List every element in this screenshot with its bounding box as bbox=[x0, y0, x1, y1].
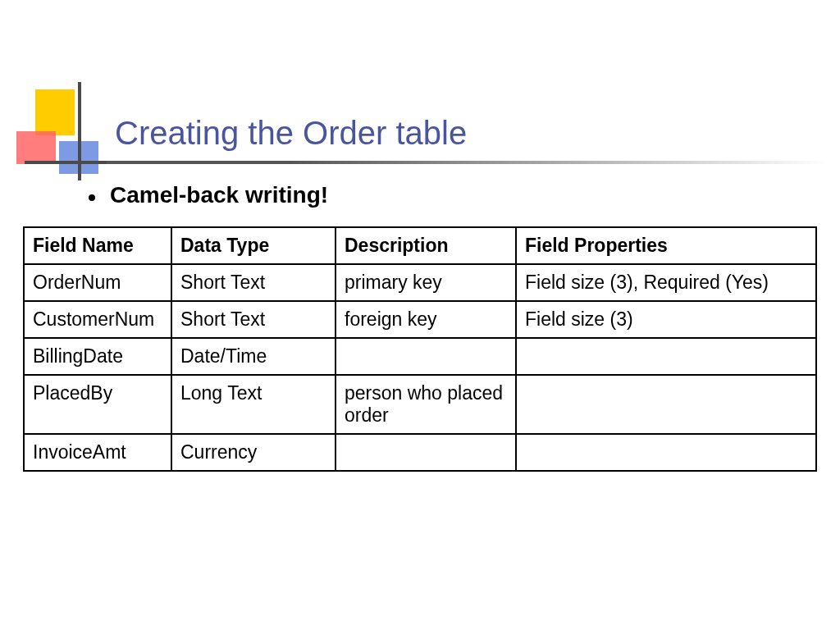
bullet-icon bbox=[89, 194, 95, 201]
cell-data-type: Date/Time bbox=[171, 338, 336, 375]
cell-properties: Field size (3), Required (Yes) bbox=[516, 264, 816, 301]
cell-field-name: PlacedBy bbox=[24, 375, 171, 434]
col-data-type: Data Type bbox=[171, 227, 336, 264]
cell-data-type: Long Text bbox=[171, 375, 336, 434]
decor-square-red bbox=[16, 131, 56, 164]
cell-field-name: CustomerNum bbox=[24, 301, 171, 338]
col-description: Description bbox=[336, 227, 516, 264]
col-field-name: Field Name bbox=[24, 227, 171, 264]
fields-table: Field Name Data Type Description Field P… bbox=[23, 226, 817, 472]
table-header-row: Field Name Data Type Description Field P… bbox=[24, 227, 816, 264]
fields-table-container: Field Name Data Type Description Field P… bbox=[23, 226, 817, 472]
slide: Creating the Order table Camel-back writ… bbox=[0, 0, 840, 630]
cell-field-name: OrderNum bbox=[24, 264, 171, 301]
cell-description: primary key bbox=[336, 264, 516, 301]
slide-title: Creating the Order table bbox=[115, 115, 467, 152]
table-row: OrderNum Short Text primary key Field si… bbox=[24, 264, 816, 301]
decor-cross-vertical bbox=[78, 82, 81, 180]
cell-field-name: InvoiceAmt bbox=[24, 434, 171, 471]
cell-properties bbox=[516, 434, 816, 471]
cell-properties: Field size (3) bbox=[516, 301, 816, 338]
table-row: CustomerNum Short Text foreign key Field… bbox=[24, 301, 816, 338]
cell-data-type: Short Text bbox=[171, 301, 336, 338]
decor-square-yellow bbox=[35, 89, 75, 135]
bullet-item: Camel-back writing! bbox=[89, 182, 328, 208]
cell-data-type: Currency bbox=[171, 434, 336, 471]
table-row: BillingDate Date/Time bbox=[24, 338, 816, 375]
bullet-text: Camel-back writing! bbox=[110, 182, 328, 208]
table-row: InvoiceAmt Currency bbox=[24, 434, 816, 471]
cell-properties bbox=[516, 375, 816, 434]
cell-description bbox=[336, 338, 516, 375]
decor-cross-horizontal bbox=[25, 161, 107, 164]
table-row: PlacedBy Long Text person who placed ord… bbox=[24, 375, 816, 434]
cell-properties bbox=[516, 338, 816, 375]
table-body: OrderNum Short Text primary key Field si… bbox=[24, 264, 816, 471]
cell-description bbox=[336, 434, 516, 471]
cell-description: foreign key bbox=[336, 301, 516, 338]
title-underline bbox=[107, 161, 829, 164]
cell-data-type: Short Text bbox=[171, 264, 336, 301]
col-field-properties: Field Properties bbox=[516, 227, 816, 264]
cell-field-name: BillingDate bbox=[24, 338, 171, 375]
cell-description: person who placed order bbox=[336, 375, 516, 434]
